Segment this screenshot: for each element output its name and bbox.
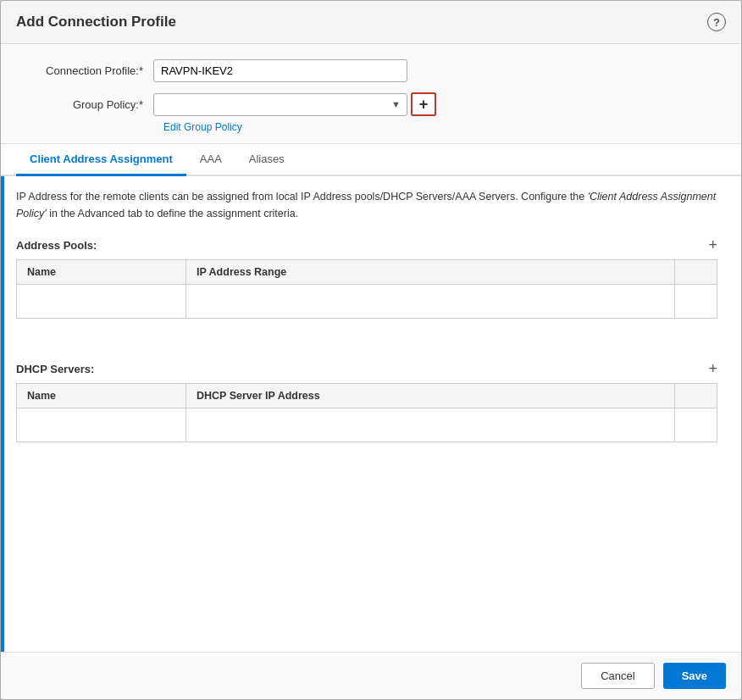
dialog-header: Add Connection Profile ? xyxy=(1,1,741,44)
group-policy-label: Group Policy:* xyxy=(26,98,153,111)
add-connection-profile-dialog: Add Connection Profile ? Connection Prof… xyxy=(0,0,742,700)
connection-profile-input[interactable] xyxy=(153,59,407,82)
add-group-policy-button[interactable]: + xyxy=(411,92,436,116)
spacer xyxy=(16,336,717,361)
dhcp-servers-table: Name DHCP Server IP Address xyxy=(16,383,717,442)
address-pools-title: Address Pools: xyxy=(16,239,97,252)
dhcp-servers-empty-cell-1 xyxy=(17,408,186,442)
address-pools-empty-cell-3 xyxy=(675,285,717,319)
connection-profile-row: Connection Profile:* xyxy=(26,59,716,82)
dhcp-servers-title: DHCP Servers: xyxy=(16,363,94,375)
address-pools-empty-cell-1 xyxy=(17,285,186,319)
scrollable-content: IP Address for the remote clients can be… xyxy=(1,176,741,652)
content-wrapper: IP Address for the remote clients can be… xyxy=(1,176,741,652)
tab-aliases[interactable]: Aliases xyxy=(235,144,298,176)
address-pools-empty-cell-2 xyxy=(186,285,675,319)
address-pools-col-range: IP Address Range xyxy=(186,260,675,285)
dhcp-servers-col-ip: DHCP Server IP Address xyxy=(186,384,675,408)
address-pools-header-row: Name IP Address Range xyxy=(17,260,717,285)
group-policy-select[interactable] xyxy=(153,93,407,116)
group-policy-select-wrapper: ▼ xyxy=(153,93,407,116)
dhcp-servers-col-action xyxy=(675,384,717,408)
connection-profile-label: Connection Profile:* xyxy=(26,64,153,77)
tab-aaa[interactable]: AAA xyxy=(186,144,235,176)
dhcp-servers-col-name: Name xyxy=(17,384,186,408)
group-policy-controls: ▼ + xyxy=(153,92,436,116)
address-pools-col-name: Name xyxy=(17,260,186,285)
dhcp-servers-empty-cell-3 xyxy=(675,408,717,442)
dhcp-servers-header-row: Name DHCP Server IP Address xyxy=(17,384,717,408)
dhcp-servers-header: DHCP Servers: + xyxy=(16,361,717,376)
address-pools-empty-row xyxy=(17,285,717,319)
edit-group-policy-link[interactable]: Edit Group Policy xyxy=(163,121,716,133)
dialog-footer: Cancel Save xyxy=(1,652,741,699)
help-icon[interactable]: ? xyxy=(707,13,726,31)
dhcp-servers-empty-row xyxy=(17,408,717,442)
dhcp-servers-empty-cell-2 xyxy=(186,408,675,442)
dialog-title: Add Connection Profile xyxy=(16,14,176,31)
group-policy-row: Group Policy:* ▼ + xyxy=(26,92,716,116)
address-pools-header: Address Pools: + xyxy=(16,237,717,253)
tab-client-address[interactable]: Client Address Assignment xyxy=(16,144,186,176)
form-section: Connection Profile:* Group Policy:* ▼ + … xyxy=(1,44,741,144)
left-accent-bar xyxy=(1,176,4,652)
address-pools-table: Name IP Address Range xyxy=(16,259,717,319)
description-text: IP Address for the remote clients can be… xyxy=(16,188,717,222)
tabs-bar: Client Address Assignment AAA Aliases xyxy=(1,144,741,176)
cancel-button[interactable]: Cancel xyxy=(581,663,654,689)
address-pools-col-action xyxy=(675,260,717,285)
save-button[interactable]: Save xyxy=(663,663,726,689)
add-address-pool-button[interactable]: + xyxy=(708,237,717,253)
add-dhcp-server-button[interactable]: + xyxy=(708,361,717,376)
